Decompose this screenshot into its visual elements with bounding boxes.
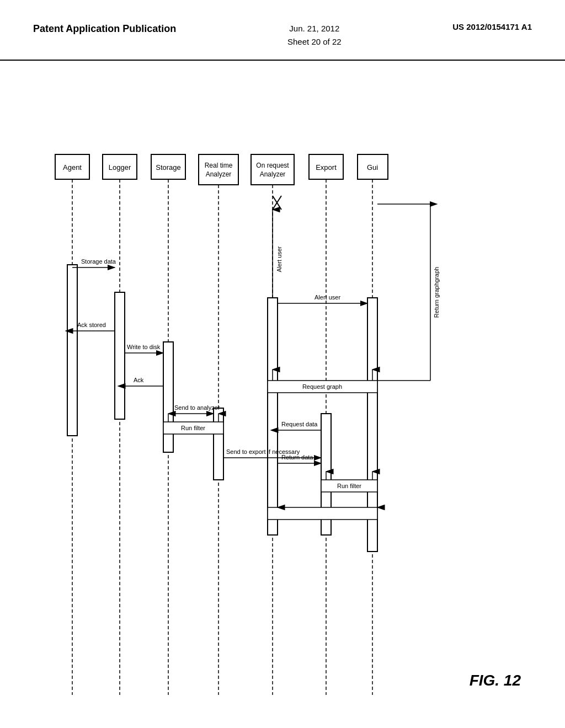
svg-rect-68 bbox=[321, 480, 377, 492]
svg-rect-32 bbox=[321, 414, 331, 535]
svg-rect-56 bbox=[268, 381, 377, 393]
svg-text:Write to disk: Write to disk bbox=[127, 344, 161, 350]
fig-label: FIG. 12 bbox=[470, 672, 521, 689]
svg-text:Send to analyzer: Send to analyzer bbox=[174, 404, 220, 411]
diagram-svg: Agent Logger Storage Real time Analyzer … bbox=[0, 61, 565, 722]
svg-rect-8 bbox=[151, 154, 185, 179]
svg-rect-6 bbox=[103, 154, 137, 179]
svg-text:Run filter: Run filter bbox=[181, 425, 205, 431]
svg-text:Analyzer: Analyzer bbox=[206, 170, 232, 178]
diagram-area: Agent Logger Storage Real time Analyzer … bbox=[0, 61, 565, 722]
svg-text:Export: Export bbox=[316, 163, 337, 172]
header-sheet: Sheet 20 of 22 bbox=[287, 37, 342, 46]
page-header: Patent Application Publication Jun. 21, … bbox=[0, 0, 565, 61]
svg-text:Analyzer: Analyzer bbox=[260, 170, 286, 178]
header-date: Jun. 21, 2012 bbox=[289, 24, 339, 33]
svg-text:Return graphgraph: Return graphgraph bbox=[433, 267, 440, 318]
header-left: Patent Application Publication bbox=[33, 22, 176, 36]
svg-text:Storage: Storage bbox=[156, 163, 181, 172]
svg-text:Ack stored: Ack stored bbox=[77, 322, 106, 328]
svg-text:Return data: Return data bbox=[281, 454, 313, 461]
svg-rect-18 bbox=[358, 154, 388, 179]
svg-rect-44 bbox=[163, 422, 223, 434]
svg-text:Real time: Real time bbox=[205, 162, 233, 169]
svg-text:Logger: Logger bbox=[109, 163, 131, 172]
svg-text:Agent: Agent bbox=[63, 163, 82, 172]
svg-text:Run filter: Run filter bbox=[337, 483, 361, 489]
svg-text:Alert user: Alert user bbox=[315, 294, 340, 301]
svg-text:Gui: Gui bbox=[367, 163, 378, 172]
header-center: Jun. 21, 2012 Sheet 20 of 22 bbox=[287, 22, 342, 49]
svg-line-50 bbox=[273, 196, 281, 210]
svg-rect-72 bbox=[268, 507, 377, 520]
svg-rect-29 bbox=[163, 342, 173, 452]
svg-rect-13 bbox=[251, 154, 294, 185]
svg-text:Request graph: Request graph bbox=[302, 383, 342, 390]
svg-text:On request: On request bbox=[256, 162, 289, 169]
svg-rect-16 bbox=[309, 154, 343, 179]
svg-rect-27 bbox=[67, 265, 77, 436]
svg-text:Storage data: Storage data bbox=[81, 258, 116, 265]
svg-rect-28 bbox=[115, 292, 125, 419]
svg-rect-4 bbox=[55, 154, 89, 179]
svg-rect-30 bbox=[214, 408, 223, 480]
svg-line-51 bbox=[273, 196, 281, 210]
svg-text:Request data: Request data bbox=[281, 421, 318, 427]
svg-text:Alert user: Alert user bbox=[276, 246, 282, 272]
svg-rect-31 bbox=[268, 298, 278, 535]
svg-text:Ack: Ack bbox=[134, 377, 144, 383]
header-right: US 2012/0154171 A1 bbox=[452, 22, 532, 31]
svg-rect-33 bbox=[367, 298, 377, 552]
svg-text:Send to export if necessary: Send to export if necessary bbox=[226, 448, 300, 455]
svg-rect-10 bbox=[199, 154, 238, 185]
